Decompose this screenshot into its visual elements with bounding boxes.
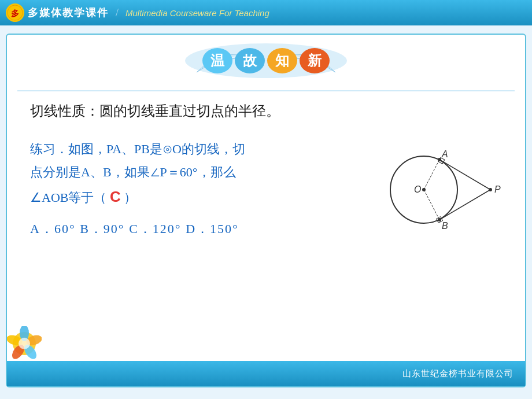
svg-text:P: P [494, 184, 501, 194]
svg-line-14 [424, 160, 439, 190]
title-text: 温 故 知 新 [202, 48, 330, 73]
exercise-line3: ∠AOB等于（ C ） [30, 183, 357, 210]
title-char-2: 故 [235, 48, 265, 73]
corner-decoration [7, 326, 42, 361]
title-char-4: 新 [300, 48, 330, 73]
footer-bar: 山东世纪金榜书业有限公司 [7, 361, 525, 386]
exercise-block: 练习．如图，PA、PB是⊙O的切线，切 点分别是A、B，如果∠P＝60°，那么 … [30, 138, 502, 247]
header-logo: 多 多媒体教学课件 / Multimedia Courseware For Te… [6, 3, 269, 22]
logo-icon: 多 [6, 3, 24, 22]
divider [17, 90, 515, 91]
content-section: 切线性质：圆的切线垂直过切点的半径。 练习．如图，PA、PB是⊙O的切线，切 点… [7, 101, 525, 247]
svg-text:A: A [441, 149, 448, 159]
header-bar: 多 多媒体教学课件 / Multimedia Courseware For Te… [0, 0, 532, 25]
geometry-diagram: O P A B [375, 132, 502, 247]
svg-line-12 [439, 160, 490, 190]
footer-company: 山东世纪金榜书业有限公司 [402, 368, 513, 379]
exercise-line1: 练习．如图，PA、PB是⊙O的切线，切 [30, 138, 357, 161]
svg-line-13 [439, 190, 490, 220]
exercise-answer: C [110, 188, 121, 205]
title-char-1: 温 [202, 48, 232, 73]
svg-point-24 [19, 338, 30, 349]
header-separator: / [116, 7, 119, 19]
exercise-text: 练习．如图，PA、PB是⊙O的切线，切 点分别是A、B，如果∠P＝60°，那么 … [30, 138, 357, 241]
exercise-line3-prefix: ∠AOB等于（ [30, 190, 106, 205]
title-banner: 温 故 知 新 [7, 40, 525, 81]
svg-line-15 [424, 190, 439, 220]
exercise-line3-suffix: ） [124, 190, 136, 205]
main-content: 温 故 知 新 切线性质：圆的切线垂直过切点的半径。 练习．如图，PA、PB是⊙… [6, 34, 526, 387]
svg-text:多: 多 [11, 9, 19, 18]
title-char-3: 知 [267, 48, 297, 73]
svg-text:B: B [442, 221, 448, 231]
exercise-choices: A．60° B．90° C．120° D．150° [30, 217, 357, 241]
exercise-line2: 点分别是A、B，如果∠P＝60°，那么 [30, 161, 357, 184]
header-en-title: Multimedia Courseware For Teaching [125, 8, 269, 18]
header-cn-title: 多媒体教学课件 [28, 6, 109, 20]
svg-text:O: O [414, 184, 421, 194]
property-text: 切线性质：圆的切线垂直过切点的半径。 [30, 101, 502, 121]
